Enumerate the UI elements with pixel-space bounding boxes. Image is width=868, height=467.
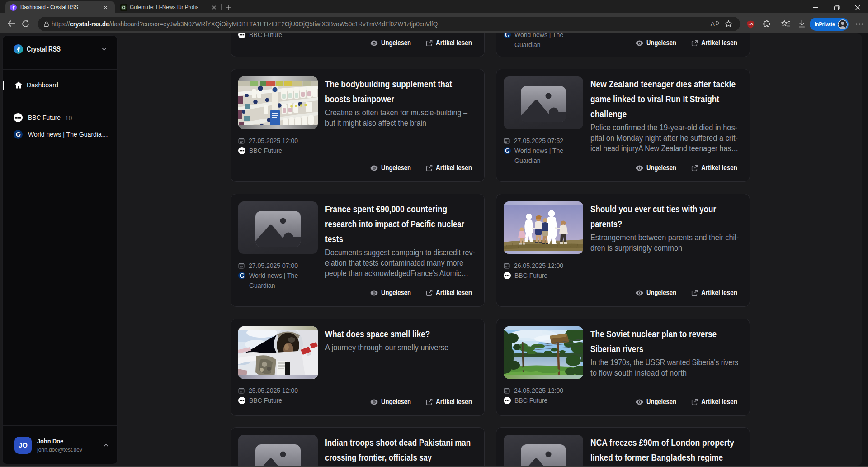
svg-text:G: G <box>505 148 510 154</box>
svg-text:G: G <box>505 33 510 38</box>
svg-text:uO: uO <box>749 23 753 26</box>
svg-text:G: G <box>240 272 245 279</box>
svg-text:G: G <box>16 131 21 138</box>
